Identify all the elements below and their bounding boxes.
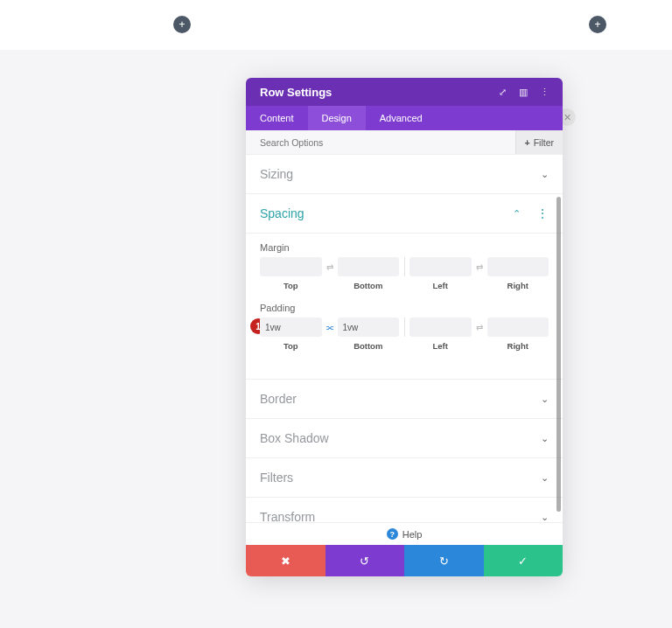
link-icon-active[interactable]: ⫘ [322,317,338,337]
modal-title: Row Settings [260,86,332,99]
padding-bottom-label: Bottom [354,341,382,351]
padding-bottom-input[interactable]: 1vw [338,317,400,337]
section-spacing[interactable]: Spacing ⌃ ⋮ [246,194,563,234]
save-button[interactable]: ✓ [484,545,564,576]
chevron-up-icon: ⌃ [513,208,521,220]
padding-label: Padding [260,303,549,313]
chevron-down-icon: ⌄ [541,472,549,484]
padding-left-input[interactable] [410,317,472,337]
padding-left-label: Left [433,341,448,351]
filter-button[interactable]: + Filter [515,130,563,154]
padding-right-input[interactable] [487,317,550,337]
filter-label: Filter [534,137,554,148]
modal-header-actions: ⤢ ▥ ⋮ [499,87,549,98]
columns-icon[interactable]: ▥ [519,87,528,98]
section-title-transform: Transform [260,510,315,522]
section-filters[interactable]: Filters ⌄ [246,458,563,498]
margin-top-input[interactable] [260,257,322,276]
margin-left-label: Left [433,281,448,290]
section-title-sizing: Sizing [260,167,293,181]
page-background: + + [0,0,672,50]
chevron-down-icon: ⌄ [541,394,549,405]
chevron-down-icon: ⌄ [541,169,549,180]
section-title-border: Border [260,392,297,406]
margin-bottom-input[interactable] [338,257,400,276]
margin-left-input[interactable] [410,257,472,276]
section-box-shadow[interactable]: Box Shadow ⌄ [246,419,563,458]
redo-button[interactable]: ↻ [404,545,484,576]
modal-header: Row Settings ⤢ ▥ ⋮ [246,78,563,106]
tab-advanced[interactable]: Advanced [366,106,437,130]
section-title-spacing: Spacing [260,206,304,220]
section-title-box-shadow: Box Shadow [260,431,329,445]
modal-footer: ✖ ↺ ↻ ✓ [246,545,563,576]
chevron-down-icon: ⌄ [541,512,549,523]
spacing-panel: Margin Top ⇄ Bottom Left [246,234,563,380]
margin-right-input[interactable] [487,257,550,276]
tab-design[interactable]: Design [308,106,366,130]
margin-right-label: Right [508,281,528,290]
link-icon[interactable]: ⇄ [472,257,487,276]
section-border[interactable]: Border ⌄ [246,380,563,419]
row-settings-modal: Row Settings ⤢ ▥ ⋮ Content Design Advanc… [246,78,563,576]
padding-top-label: Top [284,341,298,351]
margin-bottom-label: Bottom [354,281,382,290]
margin-inputs: Top ⇄ Bottom Left ⇄ R [260,257,549,290]
chevron-down-icon: ⌄ [541,433,549,444]
margin-top-label: Top [284,281,298,290]
section-transform[interactable]: Transform ⌄ [246,498,563,522]
expand-icon[interactable]: ⤢ [499,87,507,98]
margin-label: Margin [260,242,549,253]
add-section-button-left[interactable]: + [173,16,191,33]
padding-right-label: Right [508,341,528,351]
section-more-icon[interactable]: ⋮ [536,206,549,220]
help-icon: ? [387,528,398,540]
tab-content[interactable]: Content [246,106,308,130]
more-icon[interactable]: ⋮ [540,87,549,98]
undo-button[interactable]: ↺ [326,545,405,576]
add-section-button-right[interactable]: + [589,16,606,33]
search-row: + Filter [246,130,563,155]
search-input[interactable] [260,137,515,148]
padding-inputs: 1 1vw Top ⫘ 1vw Bottom Left [260,317,549,351]
link-icon[interactable]: ⇄ [322,257,338,276]
link-icon[interactable]: ⇄ [472,317,487,337]
help-label: Help [402,529,423,540]
settings-tabs: Content Design Advanced [246,106,563,130]
scrollbar[interactable] [556,197,561,512]
padding-top-input[interactable]: 1vw [260,317,322,337]
help-row[interactable]: ? Help [246,522,563,545]
cancel-button[interactable]: ✖ [246,545,326,576]
section-title-filters: Filters [260,471,293,485]
settings-panel: Sizing ⌄ Spacing ⌃ ⋮ Margin Top ⇄ [246,155,563,522]
plus-icon: + [525,137,530,148]
section-sizing[interactable]: Sizing ⌄ [246,155,563,194]
